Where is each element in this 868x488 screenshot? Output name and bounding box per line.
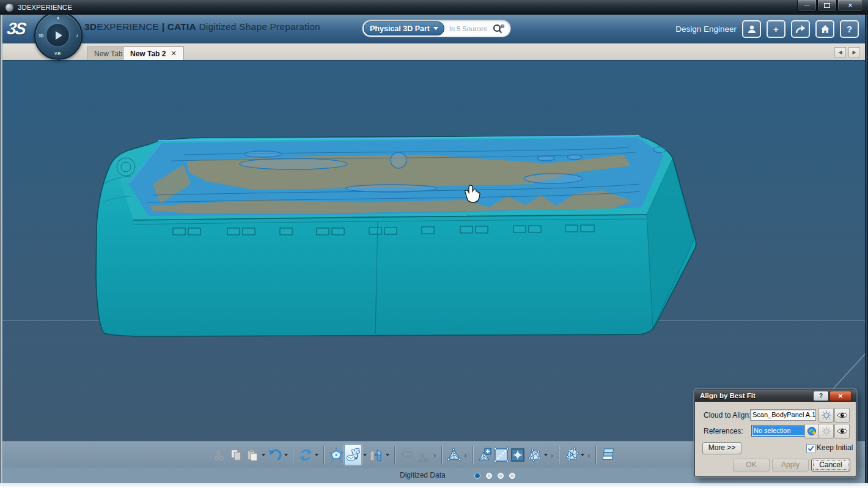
compass-right-label[interactable]: i [76, 34, 78, 38]
tab-scroll-right-button[interactable]: ▶ [848, 47, 860, 57]
keep-initial-checkbox[interactable] [806, 444, 815, 453]
share-button[interactable] [791, 20, 810, 38]
window-left-edge [0, 15, 2, 483]
activate-portion-button[interactable] [399, 445, 415, 465]
cloud-to-align-label: Cloud to Align: [704, 411, 751, 420]
keep-initial-label: Keep Initial [817, 443, 853, 452]
app-name: Digitized Shape Preparation [199, 21, 320, 32]
cancel-button[interactable]: Cancel [811, 459, 850, 471]
align-by-best-fit-dialog: Align by Best Fit ? ✕ Cloud to Align: Sc… [694, 389, 856, 477]
point-cloud-icon [329, 448, 344, 462]
align-dropdown[interactable] [362, 454, 368, 456]
highlight-references-button[interactable] [818, 424, 834, 438]
dassault-systemes-logo: 3S [6, 20, 26, 39]
highlight-cloud-button[interactable] [818, 408, 834, 423]
paste-icon [246, 448, 259, 462]
profile-button[interactable] [742, 20, 761, 38]
mesh-offset-button[interactable] [477, 445, 493, 465]
dialog-help-button[interactable]: ? [813, 391, 829, 401]
minimize-button[interactable]: — [797, 0, 817, 12]
maximize-button[interactable] [817, 0, 837, 12]
search-input[interactable]: In 5 Sources [449, 25, 492, 32]
tab-scroll-left-button[interactable]: ◀ [834, 47, 846, 57]
plus-icon: + [773, 24, 779, 34]
brand-3d: 3D [84, 21, 97, 32]
close-tab-icon[interactable]: ✕ [171, 50, 176, 57]
section-dot-3[interactable] [498, 473, 504, 479]
section-dot-4[interactable] [509, 473, 515, 479]
body-panel-model[interactable] [96, 136, 696, 336]
search-bar[interactable]: Physical 3D Part In 5 Sources [362, 20, 511, 37]
more-tools-chevron[interactable]: › [433, 451, 436, 460]
chevron-down-icon [433, 27, 438, 30]
cut-button[interactable] [211, 445, 227, 465]
more-button[interactable]: More >> [702, 442, 741, 454]
undo-button[interactable] [267, 445, 283, 465]
remove-points-button[interactable] [415, 445, 432, 465]
help-icon: ? [819, 393, 823, 399]
3d-scene[interactable] [2, 61, 865, 442]
undo-dropdown[interactable] [283, 454, 289, 456]
tab-new-tab-2[interactable]: New Tab 2 ✕ [123, 46, 184, 60]
compass-bottom-label[interactable]: V.R [54, 51, 61, 56]
mesh-more-chevron[interactable]: › [464, 451, 466, 460]
compass-top-label[interactable]: ♦ [57, 15, 59, 21]
help-button[interactable]: ? [840, 20, 859, 38]
decimate-dropdown[interactable] [579, 454, 586, 456]
update-dropdown[interactable] [314, 454, 320, 456]
app-icon[interactable] [5, 3, 14, 12]
symmetry-dropdown[interactable] [384, 454, 391, 456]
toolbar-separator [473, 446, 473, 464]
3d-viewport[interactable] [2, 60, 865, 442]
close-button[interactable]: ✕ [837, 0, 863, 12]
align-by-best-fit-button[interactable] [344, 445, 362, 465]
help-icon: ? [847, 24, 852, 34]
person-icon [747, 24, 757, 34]
decimate-more-chevron[interactable]: › [587, 451, 590, 460]
copy-button[interactable] [227, 445, 244, 465]
eye-icon [837, 412, 848, 419]
window-bottom-edge [0, 483, 868, 488]
search-icon[interactable] [492, 23, 505, 34]
dialog-close-button[interactable]: ✕ [829, 391, 851, 401]
ok-button[interactable]: OK [733, 459, 770, 471]
3d-compass[interactable]: ♦ 3D i V.R [34, 12, 83, 60]
flip-orientation-button[interactable] [493, 445, 510, 465]
section-dot-1[interactable] [474, 473, 480, 479]
add-button[interactable]: + [767, 20, 785, 38]
close-icon: ✕ [848, 2, 853, 9]
os-titlebar: 3DEXPERIENCE — ✕ [0, 0, 868, 15]
tab-label: New Tab 2 [130, 50, 166, 58]
mesh-cleaner-button[interactable] [526, 445, 543, 465]
import-digitized-data-button[interactable] [328, 445, 344, 465]
maximize-icon [824, 3, 830, 8]
update-icon [298, 448, 313, 462]
search-scope-dropdown[interactable]: Physical 3D Part [364, 21, 444, 35]
plane-based-symmetry-button[interactable] [368, 445, 384, 465]
cleaner-more-chevron[interactable]: › [551, 451, 553, 460]
compass-play-button[interactable] [46, 23, 70, 47]
mesh-cleaner-dropdown[interactable] [543, 454, 549, 456]
mesh-creation-button[interactable] [446, 445, 462, 465]
paste-dropdown[interactable] [260, 454, 267, 456]
decimate-button[interactable] [563, 445, 579, 465]
show-hide-cloud-button[interactable] [834, 408, 850, 423]
decimate-mesh-icon [564, 447, 579, 463]
toolbar-separator [323, 446, 324, 464]
home-button[interactable] [815, 20, 834, 38]
data-views-button[interactable] [600, 445, 616, 465]
app-title: 3DEXPERIENCE | CATIA Digitized Shape Pre… [84, 21, 320, 32]
paste-button[interactable] [244, 445, 260, 465]
show-hide-references-button[interactable] [834, 424, 850, 438]
section-dot-2[interactable] [486, 473, 492, 479]
references-field[interactable]: No selection [751, 425, 807, 437]
compass-left-label[interactable]: 3D [39, 34, 43, 38]
share-arrow-icon [795, 25, 806, 34]
apply-button[interactable]: Apply [772, 459, 809, 471]
cloud-to-align-field[interactable]: Scan_BodyPanel A.1. [750, 409, 816, 421]
fill-holes-button[interactable] [510, 445, 526, 465]
selection-globe-icon [807, 426, 817, 436]
flash-icon-disabled [822, 426, 831, 436]
update-button[interactable] [297, 445, 314, 465]
reference-selector-button[interactable] [804, 424, 819, 438]
